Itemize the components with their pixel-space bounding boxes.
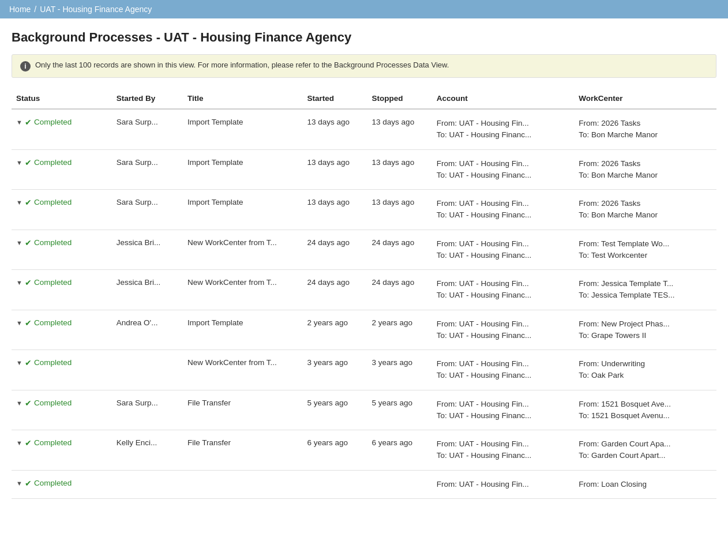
chevron-down-icon[interactable]: ▼ [16,159,22,166]
started-by-cell: Sara Surp... [112,109,183,149]
workcenter-from: From: 2026 Tasks [579,198,712,209]
account-from: From: UAT - Housing Fin... [437,118,570,129]
started-by-cell: Sara Surp... [112,190,183,230]
status-cell: ▼ ✔ Completed [12,109,112,149]
status-cell: ▼ ✔ Completed [12,350,112,390]
status-text: Completed [34,318,72,327]
started-cell: 2 years ago [302,310,367,350]
status-text: Completed [34,278,72,287]
workcenter-cell: From: Loan Closing [574,470,716,498]
workcenter-to: To: Garden Court Apart... [579,450,712,461]
account-from: From: UAT - Housing Fin... [437,278,570,290]
chevron-down-icon[interactable]: ▼ [16,320,22,326]
breadcrumb-home[interactable]: Home [9,5,31,14]
workcenter-cell: From: New Project Phas... To: Grape Towe… [574,310,716,350]
chevron-down-icon[interactable]: ▼ [16,279,22,286]
started-by-cell: Sara Surp... [112,149,183,190]
table-row: ▼ ✔ Completed Sara Surp...File Transfer5… [12,390,716,430]
col-header-started: Started [302,88,367,109]
status-cell: ▼ ✔ Completed [12,230,112,270]
chevron-down-icon[interactable]: ▼ [16,359,22,366]
status-text: Completed [34,399,72,407]
status-text: Completed [34,198,72,206]
title-cell: New WorkCenter from T... [183,230,302,270]
title-cell: Import Template [183,149,302,190]
workcenter-cell: From: Underwriting To: Oak Park [574,350,716,390]
started-by-cell: Kelly Enci... [112,430,183,471]
started-by-cell [112,470,183,498]
title-cell: File Transfer [183,430,302,471]
account-to: To: UAT - Housing Financ... [437,410,570,422]
stopped-cell: 13 days ago [367,149,432,190]
title-cell: New WorkCenter from T... [183,270,302,310]
account-to: To: UAT - Housing Financ... [437,370,570,381]
started-cell: 24 days ago [302,270,367,310]
account-to: To: UAT - Housing Financ... [437,129,570,141]
stopped-cell: 5 years ago [367,390,432,430]
chevron-down-icon[interactable]: ▼ [16,199,22,206]
started-by-cell: Jessica Bri... [112,230,183,270]
workcenter-cell: From: Jessica Template T... To: Jessica … [574,270,716,310]
check-icon: ✔ [25,318,32,328]
started-by-cell: Andrea O'... [112,310,183,350]
breadcrumb-separator: / [34,5,36,14]
status-text: Completed [34,118,72,126]
status-text: Completed [34,158,72,167]
account-to: To: UAT - Housing Financ... [437,290,570,301]
started-cell: 6 years ago [302,430,367,471]
workcenter-from: From: 1521 Bosquet Ave... [579,399,712,410]
account-cell: From: UAT - Housing Fin... [432,470,575,498]
started-cell: 13 days ago [302,190,367,230]
breadcrumb-bar: Home / UAT - Housing Finance Agency [0,0,728,18]
stopped-cell [367,470,432,498]
check-icon: ✔ [25,399,32,408]
title-cell: Import Template [183,190,302,230]
workcenter-to: To: Bon Marche Manor [579,129,712,141]
check-icon: ✔ [25,238,32,247]
chevron-down-icon[interactable]: ▼ [16,439,22,446]
account-from: From: UAT - Housing Fin... [437,438,570,450]
info-banner-text: Only the last 100 records are shown in t… [35,61,449,69]
started-cell: 13 days ago [302,149,367,190]
col-header-workcenter: WorkCenter [574,88,716,109]
workcenter-to: To: 1521 Bosquet Avenu... [579,410,712,422]
account-cell: From: UAT - Housing Fin... To: UAT - Hou… [432,350,575,390]
account-from: From: UAT - Housing Fin... [437,238,570,250]
status-text: Completed [34,358,72,367]
status-cell: ▼ ✔ Completed [12,430,112,471]
workcenter-from: From: Test Template Wo... [579,238,712,250]
workcenter-cell: From: 1521 Bosquet Ave... To: 1521 Bosqu… [574,390,716,430]
status-cell: ▼ ✔ Completed [12,270,112,310]
account-to: To: UAT - Housing Financ... [437,450,570,461]
page-title: Background Processes - UAT - Housing Fin… [12,30,716,45]
workcenter-from: From: Garden Court Apa... [579,438,712,450]
status-cell: ▼ ✔ Completed [12,390,112,430]
account-from: From: UAT - Housing Fin... [437,479,570,490]
started-cell: 13 days ago [302,109,367,149]
col-header-stopped: Stopped [367,88,432,109]
table-header-row: Status Started By Title Started Stopped … [12,88,716,109]
chevron-down-icon[interactable]: ▼ [16,239,22,246]
account-to: To: UAT - Housing Financ... [437,170,570,181]
workcenter-cell: From: Garden Court Apa... To: Garden Cou… [574,430,716,471]
workcenter-from: From: Loan Closing [579,479,712,490]
page-content: Background Processes - UAT - Housing Fin… [0,18,728,510]
status-cell: ▼ ✔ Completed [12,149,112,190]
account-to: To: UAT - Housing Financ... [437,330,570,341]
chevron-down-icon[interactable]: ▼ [16,119,22,126]
title-cell: New WorkCenter from T... [183,350,302,390]
title-cell: File Transfer [183,390,302,430]
stopped-cell: 3 years ago [367,350,432,390]
account-from: From: UAT - Housing Fin... [437,158,570,170]
account-cell: From: UAT - Housing Fin... To: UAT - Hou… [432,310,575,350]
table-row: ▼ ✔ Completed Sara Surp...Import Templat… [12,109,716,149]
stopped-cell: 6 years ago [367,430,432,471]
status-text: Completed [34,238,72,247]
account-from: From: UAT - Housing Fin... [437,318,570,330]
stopped-cell: 24 days ago [367,270,432,310]
workcenter-from: From: New Project Phas... [579,318,712,330]
chevron-down-icon[interactable]: ▼ [16,480,22,487]
account-cell: From: UAT - Housing Fin... To: UAT - Hou… [432,230,575,270]
chevron-down-icon[interactable]: ▼ [16,400,22,407]
started-by-cell: Sara Surp... [112,390,183,430]
